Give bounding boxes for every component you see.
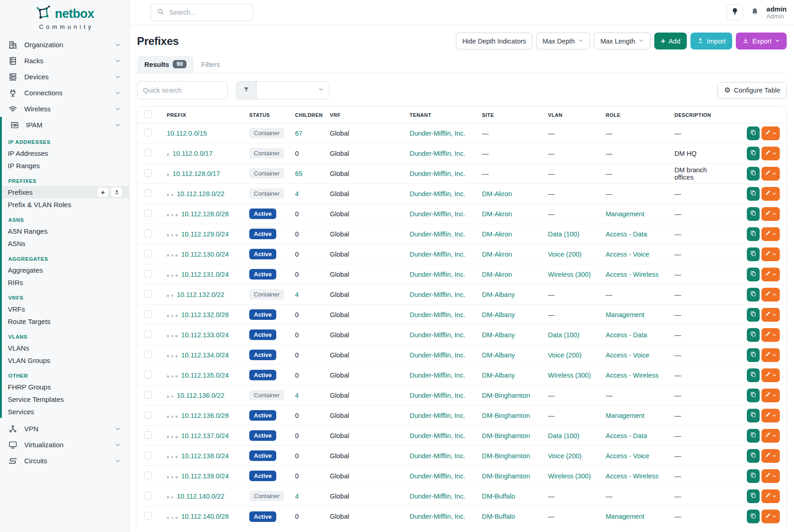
sidebar-item-route-targets[interactable]: Route Targets xyxy=(2,315,129,328)
max-length-dropdown[interactable]: Max Length xyxy=(594,33,651,49)
site-link[interactable]: DM-Binghamton xyxy=(482,472,530,480)
tenant-link[interactable]: Dunder-Mifflin, Inc. xyxy=(410,472,465,480)
clone-button[interactable] xyxy=(747,268,760,281)
edit-button[interactable] xyxy=(761,489,780,503)
clone-button[interactable] xyxy=(747,308,760,322)
sidebar-item-aggregates[interactable]: Aggregates xyxy=(2,264,129,276)
configure-table-button[interactable]: ⚙ Configure Table xyxy=(717,82,787,99)
prefix-link[interactable]: 10.112.134.0/24 xyxy=(181,351,229,359)
user-menu[interactable]: admin Admin xyxy=(767,5,787,20)
tenant-link[interactable]: Dunder-Mifflin, Inc. xyxy=(410,271,465,278)
tab-results[interactable]: Results 90 xyxy=(137,56,194,73)
edit-button[interactable] xyxy=(761,348,780,362)
prefix-link[interactable]: 10.112.136.0/28 xyxy=(181,412,229,419)
clone-button[interactable] xyxy=(747,328,760,342)
tenant-link[interactable]: Dunder-Mifflin, Inc. xyxy=(410,190,465,197)
prefix-link[interactable]: 10.112.135.0/24 xyxy=(181,372,229,379)
row-checkbox[interactable] xyxy=(144,451,152,459)
row-checkbox[interactable] xyxy=(144,169,152,177)
vlan-link[interactable]: Voice (200) xyxy=(548,251,581,258)
tenant-link[interactable]: Dunder-Mifflin, Inc. xyxy=(410,412,465,419)
row-checkbox[interactable] xyxy=(144,492,152,499)
vlan-link[interactable]: Wireless (300) xyxy=(548,372,591,379)
tenant-link[interactable]: Dunder-Mifflin, Inc. xyxy=(410,251,465,258)
sidebar-item-vpn[interactable]: VPN xyxy=(0,421,129,437)
row-checkbox[interactable] xyxy=(144,472,152,479)
column-header-status[interactable]: STATUS xyxy=(249,112,295,118)
role-link[interactable]: Access - Wireless xyxy=(606,372,658,379)
brand[interactable]: netbox Community xyxy=(0,0,129,30)
row-checkbox[interactable] xyxy=(144,189,152,197)
edit-button[interactable] xyxy=(761,389,780,402)
tenant-link[interactable]: Dunder-Mifflin, Inc. xyxy=(410,392,465,399)
clone-button[interactable] xyxy=(747,449,760,463)
prefix-link[interactable]: 10.112.129.0/24 xyxy=(181,230,229,238)
column-header-description[interactable]: DESCRIPTION xyxy=(674,112,726,118)
sidebar-item-rirs[interactable]: RIRs xyxy=(2,276,129,289)
edit-button[interactable] xyxy=(761,368,780,382)
site-link[interactable]: DM-Akron xyxy=(482,230,512,238)
clone-button[interactable] xyxy=(747,288,760,302)
clone-button[interactable] xyxy=(747,126,760,140)
role-link[interactable]: Access - Data xyxy=(606,331,647,339)
vlan-link[interactable]: Voice (200) xyxy=(548,351,581,359)
tenant-link[interactable]: Dunder-Mifflin, Inc. xyxy=(410,130,465,137)
prefix-link[interactable]: 10.112.138.0/24 xyxy=(181,452,229,460)
column-header-vrf[interactable]: VRF xyxy=(330,112,410,118)
children-count-link[interactable]: 4 xyxy=(295,190,299,197)
tenant-link[interactable]: Dunder-Mifflin, Inc. xyxy=(410,150,465,157)
role-link[interactable]: Access - Wireless xyxy=(606,271,658,278)
children-count-link[interactable]: 4 xyxy=(295,493,299,500)
column-header-tenant[interactable]: TENANT xyxy=(410,112,482,118)
row-checkbox[interactable] xyxy=(144,310,152,318)
prefix-link[interactable]: 10.112.140.0/22 xyxy=(177,493,225,500)
prefix-link[interactable]: 10.112.0.0/15 xyxy=(167,130,207,137)
row-checkbox[interactable] xyxy=(144,270,152,278)
add-button[interactable]: + Add xyxy=(654,33,687,49)
role-link[interactable]: Access - Data xyxy=(606,230,647,238)
clone-button[interactable] xyxy=(747,227,760,241)
role-link[interactable]: Management xyxy=(606,311,645,318)
clone-button[interactable] xyxy=(747,429,760,443)
edit-button[interactable] xyxy=(761,268,780,281)
edit-button[interactable] xyxy=(761,328,780,342)
prefix-link[interactable]: 10.112.128.0/22 xyxy=(177,190,225,197)
site-link[interactable]: DM-Albany xyxy=(482,351,515,359)
filter-addon[interactable] xyxy=(236,82,257,99)
edit-button[interactable] xyxy=(761,288,780,302)
site-link[interactable]: DM-Akron xyxy=(482,190,512,197)
tenant-link[interactable]: Dunder-Mifflin, Inc. xyxy=(410,432,465,439)
site-link[interactable]: DM-Binghamton xyxy=(482,452,530,460)
tenant-link[interactable]: Dunder-Mifflin, Inc. xyxy=(410,513,465,520)
global-search[interactable] xyxy=(151,4,253,21)
tab-filters[interactable]: Filters xyxy=(194,56,227,73)
clone-button[interactable] xyxy=(747,167,760,181)
export-button[interactable]: Export xyxy=(736,33,787,49)
theme-toggle-button[interactable] xyxy=(727,4,743,21)
prefix-link[interactable]: 10.112.128.0/28 xyxy=(181,210,229,218)
edit-button[interactable] xyxy=(761,510,780,523)
sidebar-item-services[interactable]: Services xyxy=(2,406,129,418)
site-link[interactable]: DM-Albany xyxy=(482,331,515,339)
sidebar-item-virtualization[interactable]: Virtualization xyxy=(0,437,129,453)
import-prefix-button[interactable] xyxy=(110,187,123,197)
sidebar-item-prefixes[interactable]: Prefixes+ xyxy=(2,186,129,198)
tenant-link[interactable]: Dunder-Mifflin, Inc. xyxy=(410,331,465,339)
prefix-link[interactable]: 10.112.0.0/17 xyxy=(173,150,213,157)
sidebar-item-vrfs[interactable]: VRFs xyxy=(2,303,129,315)
sidebar-item-asn-ranges[interactable]: ASN Ranges xyxy=(2,225,129,237)
hide-depth-indicators-button[interactable]: Hide Depth Indicators xyxy=(456,33,532,49)
edit-button[interactable] xyxy=(761,126,780,140)
children-count-link[interactable]: 65 xyxy=(295,170,302,177)
vlan-link[interactable]: Data (100) xyxy=(548,432,580,439)
site-link[interactable]: DM-Albany xyxy=(482,291,515,298)
sidebar-item-circuits[interactable]: Circuits xyxy=(0,453,129,469)
sidebar-item-devices[interactable]: Devices xyxy=(0,69,129,85)
role-link[interactable]: Access - Voice xyxy=(606,251,649,258)
sidebar-item-wireless[interactable]: Wireless xyxy=(0,101,129,117)
edit-button[interactable] xyxy=(761,147,780,160)
clone-button[interactable] xyxy=(747,368,760,382)
row-checkbox[interactable] xyxy=(144,371,152,378)
row-checkbox[interactable] xyxy=(144,149,152,157)
site-link[interactable]: DM-Albany xyxy=(482,311,515,318)
